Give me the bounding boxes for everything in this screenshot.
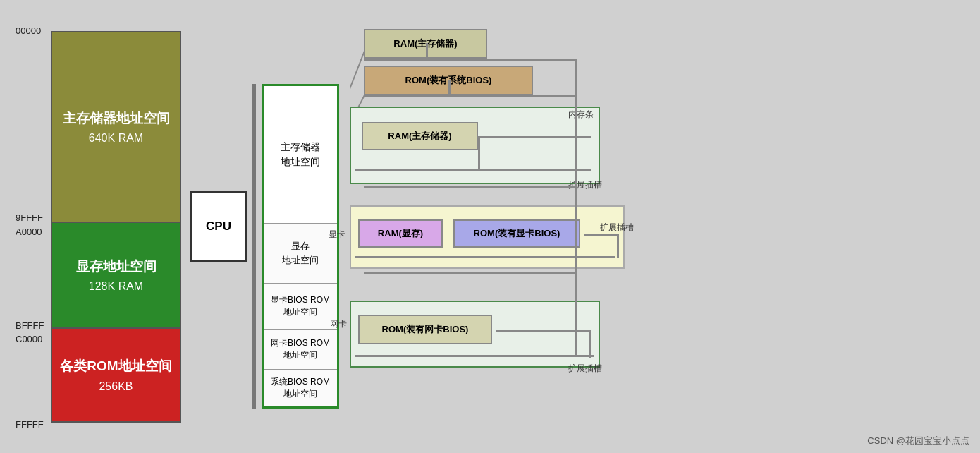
vga-mem-sub: 128K RAM: [89, 280, 143, 293]
rom-mem-block: 各类ROM地址空间 256KB: [52, 329, 180, 421]
rom-mem-sub: 256KB: [99, 380, 133, 393]
h-bus-to-exp2: [364, 186, 575, 188]
cpu-bus-line: [252, 84, 256, 409]
h-bus-to-exp3: [364, 272, 575, 274]
main-mem-sub: 640K RAM: [89, 132, 143, 145]
main-mem-block: 主存储器地址空间 640K RAM: [52, 32, 180, 223]
left-section: 00000 9FFFF A0000 BFFFF C0000 FFFFF 主存储器…: [14, 25, 190, 428]
ram-mem-box: RAM(主存储器): [362, 122, 478, 150]
addr-9ffff: 9FFFF: [16, 212, 43, 223]
label-expansion-slot-3: 扩展插槽: [568, 363, 602, 375]
bus-exp2-h: [584, 234, 619, 236]
label-expansion-slot-2: 扩展插槽: [600, 222, 634, 234]
ram-vga-box: RAM(显存): [358, 219, 443, 248]
addr-section-vgabios: 显卡BIOS ROM 地址空间: [264, 284, 337, 330]
label-memory-stick: 内存条: [568, 109, 594, 121]
label-net-card: 网卡: [330, 318, 347, 330]
expansion-area-1: RAM(主存储器): [350, 107, 600, 184]
memory-blocks: 主存储器地址空间 640K RAM 显存地址空间 128K RAM 各类ROM地…: [51, 31, 181, 423]
main-mem-title: 主存储器地址空间: [63, 109, 170, 128]
expansion-area-3: ROM(装有网卡BIOS): [350, 301, 600, 368]
bus-exp1-h: [478, 136, 591, 138]
addr-section-vga: 显存 地址空间: [264, 224, 337, 284]
bus-exp3-v: [589, 330, 591, 358]
addr-fffff: FFFFF: [16, 419, 44, 430]
addr-00000: 00000: [16, 25, 41, 36]
cpu-box: CPU: [190, 191, 247, 262]
bus-vert-rom-sys: [448, 80, 451, 95]
right-section: RAM(主存储器) ROM(装有系统BIOS) RAM(主存储器) 内存条 扩展…: [350, 25, 966, 428]
label-vga-left: 显卡: [329, 229, 345, 241]
expansion-area-2: RAM(显存) ROM(装有显卡BIOS): [350, 205, 625, 269]
rom-netbios-box: ROM(装有网卡BIOS): [358, 315, 492, 344]
bus-exp2-v: [617, 234, 619, 258]
rom-vgabios-box: ROM(装有显卡BIOS): [453, 219, 580, 248]
rom-mem-title: 各类ROM地址空间: [60, 357, 171, 376]
watermark: CSDN @花园宝宝小点点: [867, 435, 969, 447]
h-bus-to-exp1: [364, 95, 575, 97]
addr-c0000: C0000: [16, 334, 42, 344]
addr-bffff: BFFFF: [16, 320, 44, 331]
addr-space-box: 主存储器 地址空间 显存 地址空间 显卡BIOS ROM 地址空间 网卡BIOS…: [262, 84, 339, 409]
bus-exp1-v: [478, 136, 480, 171]
addr-a0000: A0000: [16, 226, 42, 237]
bus-line-top: [364, 59, 575, 61]
vga-mem-title: 显存地址空间: [76, 258, 157, 277]
vga-mem-block: 显存地址空间 128K RAM: [52, 223, 180, 329]
addr-section-netbios: 网卡BIOS ROM 地址空间: [264, 330, 337, 370]
addr-section-sysbios: 系统BIOS ROM 地址空间: [264, 370, 337, 406]
middle-section: CPU 主存储器 地址空间 显存 地址空间 显卡BIOS ROM 地址空间 网卡…: [190, 25, 339, 428]
main-vert-bus: [575, 59, 577, 355]
bus-exp1-bottom: [355, 169, 591, 171]
bus-exp3-bottom: [355, 355, 594, 357]
addr-section-main: 主存储器 地址空间: [264, 86, 337, 224]
bus-vert-ram-top: [426, 43, 428, 59]
main-container: 00000 9FFFF A0000 BFFFF C0000 FFFFF 主存储器…: [0, 0, 980, 453]
